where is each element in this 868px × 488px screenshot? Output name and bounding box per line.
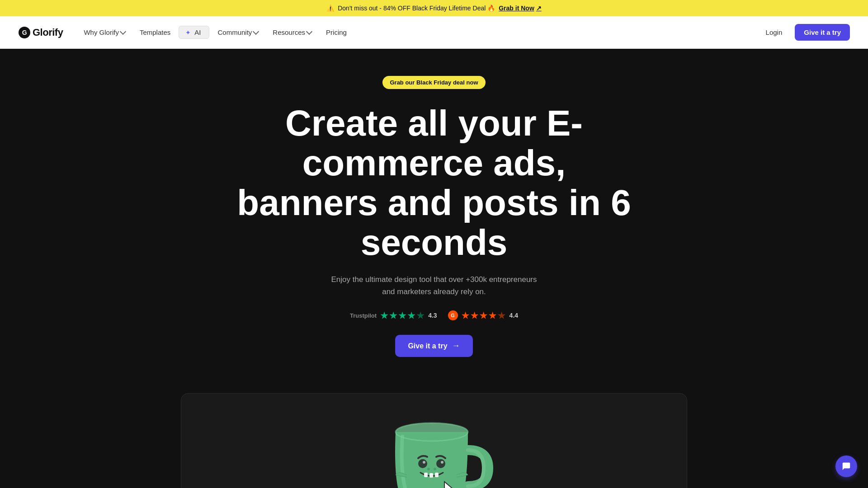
- nav-item-community[interactable]: Community: [211, 25, 264, 40]
- svg-point-6: [441, 461, 443, 464]
- g2-star-2: [471, 311, 479, 319]
- trustpilot-stars: [380, 311, 425, 319]
- hero-cta-button[interactable]: Give it a try →: [395, 335, 472, 357]
- g2-star-1: [462, 311, 470, 319]
- product-mug-image: [366, 396, 502, 488]
- logo[interactable]: G Glorify: [18, 26, 63, 39]
- svg-rect-8: [429, 473, 433, 478]
- nav-links: Why Glorify Templates ✦ AI Community Res…: [77, 25, 353, 40]
- star-5-half: [416, 311, 425, 319]
- trustpilot-rating: Trustpilot 4.3: [350, 311, 437, 319]
- announcement-cta[interactable]: Grab it Now ↗: [499, 5, 542, 12]
- nav-item-ai[interactable]: ✦ AI: [179, 26, 209, 39]
- nav-item-templates[interactable]: Templates: [133, 25, 177, 40]
- g2-star-3: [480, 311, 488, 319]
- nav-item-pricing[interactable]: Pricing: [320, 25, 353, 40]
- svg-text:G: G: [22, 29, 27, 36]
- chevron-down-icon: [306, 28, 312, 35]
- g2-rating: G 4.4: [448, 310, 518, 320]
- svg-point-3: [418, 459, 427, 468]
- svg-marker-13: [444, 482, 462, 488]
- svg-rect-7: [424, 473, 428, 477]
- nav-item-why-glorify[interactable]: Why Glorify: [77, 25, 132, 40]
- hero-subtitle: Enjoy the ultimate design tool that over…: [326, 273, 542, 298]
- external-link-icon: ↗: [536, 5, 542, 12]
- chevron-down-icon: [120, 28, 126, 35]
- g2-score: 4.4: [509, 312, 518, 319]
- svg-point-4: [436, 459, 445, 468]
- black-friday-badge[interactable]: Grab our Black Friday deal now: [382, 76, 485, 89]
- svg-point-5: [423, 461, 425, 464]
- mug-display: [181, 394, 687, 488]
- ratings-row: Trustpilot 4.3 G 4.4: [9, 310, 859, 320]
- star-1: [380, 311, 388, 319]
- login-button[interactable]: Login: [759, 25, 790, 40]
- announcement-warning-icon: ⚠️: [326, 5, 334, 12]
- cursor-arrow-icon: [442, 479, 469, 488]
- nav-item-resources[interactable]: Resources: [266, 25, 318, 40]
- hero-section: Grab our Black Friday deal now Create al…: [0, 49, 868, 375]
- hero-title: Create all your E-commerce ads, banners …: [231, 103, 637, 263]
- announcement-bar: ⚠️ Don't miss out - 84% OFF Black Friday…: [0, 0, 868, 16]
- nav-right: Login Give it a try: [759, 24, 850, 41]
- announcement-text: Don't miss out - 84% OFF Black Friday Li…: [338, 5, 495, 12]
- arrow-right-icon: →: [452, 341, 460, 351]
- svg-point-10: [427, 468, 430, 470]
- chat-support-button[interactable]: [835, 455, 857, 477]
- logo-icon: G: [18, 26, 31, 39]
- svg-point-11: [434, 468, 436, 470]
- nav-cta-button[interactable]: Give it a try: [795, 24, 850, 41]
- chat-icon: [841, 461, 851, 471]
- navbar: G Glorify Why Glorify Templates ✦ AI Com…: [0, 16, 868, 49]
- g2-star-4: [489, 311, 497, 319]
- trustpilot-logo: Trustpilot: [350, 312, 377, 319]
- g2-star-5-half: [498, 311, 506, 319]
- star-4: [407, 311, 415, 319]
- nav-left: G Glorify Why Glorify Templates ✦ AI Com…: [18, 25, 353, 40]
- star-2: [389, 311, 397, 319]
- star-3: [398, 311, 406, 319]
- trustpilot-score: 4.3: [428, 312, 437, 319]
- chevron-down-icon: [253, 28, 259, 35]
- demo-window: [181, 393, 687, 488]
- ai-sparkle-icon: ✦: [184, 29, 192, 36]
- demo-container: [172, 393, 696, 488]
- svg-rect-9: [435, 473, 439, 477]
- g2-stars: [462, 311, 506, 319]
- g2-logo: G: [448, 310, 458, 320]
